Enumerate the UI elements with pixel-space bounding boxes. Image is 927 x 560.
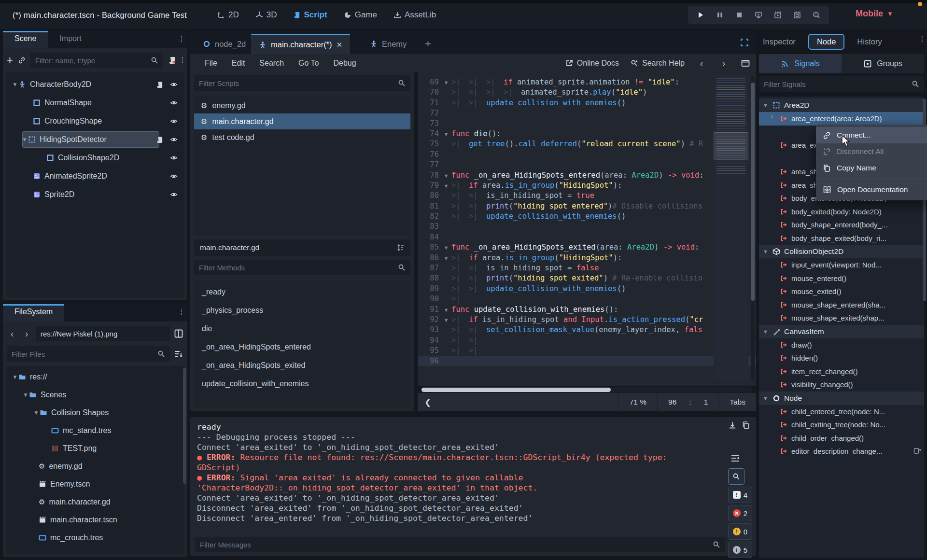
messages-filter-input[interactable] (200, 541, 713, 549)
fs-row-mc-stand[interactable]: mc_stand.tres (6, 421, 184, 439)
code-line-81[interactable]: 81>|>|print("hiding spot entered")# Disa… (418, 201, 756, 211)
menu-search[interactable]: Search (259, 59, 284, 68)
tab-groups[interactable]: Groups (842, 54, 924, 73)
method-item-_on_area_HidingSpots_exited[interactable]: _on_area_HidingSpots_exited (194, 356, 410, 375)
signals-filter[interactable] (759, 76, 924, 92)
scene-dock-menu-icon[interactable]: ⁞ (181, 35, 183, 44)
eye-icon[interactable] (170, 154, 178, 162)
tab-main-character[interactable]: main.character(*) ✕ (251, 34, 350, 54)
signals-filter-input[interactable] (764, 80, 912, 88)
add-node-button[interactable]: + (7, 55, 13, 66)
signal-draw[interactable]: draw() (759, 338, 924, 352)
make-floating-icon[interactable] (741, 58, 750, 68)
fs-row-mc-crouch[interactable]: mc_crouch.tres (6, 529, 184, 546)
tab-scene[interactable]: Scene (3, 31, 48, 48)
files-filter-input[interactable] (12, 350, 157, 358)
dock-menu-icon[interactable]: ⁞ (921, 35, 923, 44)
code-line-86[interactable]: 86▼>|if area.is_in_group("HidingSpot"): (418, 253, 756, 263)
menu-item-open-documentation[interactable]: DOCOpen Documentation (816, 182, 927, 198)
tree-row-animatedsprite2d[interactable]: AnimatedSprite2D (6, 167, 184, 185)
signal-child_entered_tree[interactable]: child_entered_tree(node: N... (759, 405, 924, 419)
history-back-icon[interactable]: ‹ (7, 328, 17, 339)
fs-row-main-character-tscn[interactable]: main.character.tscn (6, 511, 184, 529)
menu-item-connect-[interactable]: Connect... (816, 127, 927, 143)
code-line-89[interactable]: 89>|>|update_collision_with_enemies() (418, 284, 756, 294)
code-line-80[interactable]: 80>|>|is_in_hiding_spot = true (418, 191, 756, 201)
code-line-74[interactable]: 74▼func die(): (418, 129, 756, 139)
tab-inspector[interactable]: Inspector (763, 37, 796, 46)
workspace-2d[interactable]: 2D (217, 10, 239, 20)
method-item-_on_area_HidingSpots_entered[interactable]: _on_area_HidingSpots_entered (194, 338, 410, 356)
chevron-down-icon[interactable]: ▼ (21, 136, 28, 143)
pause-button[interactable] (715, 10, 725, 20)
signal-mouse_shape_exited[interactable]: mouse_shape_exited(shap... (759, 311, 924, 325)
code-line-94[interactable]: 94>|>| (418, 336, 756, 346)
minimap-viewport[interactable] (714, 132, 748, 160)
detach-script-icon[interactable] (168, 56, 177, 65)
code-line-79[interactable]: 79▼>|if area.is_in_group("HidingSpot"): (418, 181, 756, 191)
history-forward-icon[interactable]: › (21, 328, 32, 339)
current-script-path[interactable]: main.character.gd (194, 239, 410, 256)
remote-debug-icon[interactable] (754, 10, 763, 20)
code-editor[interactable]: 69▼>|>|>|if animated_sprite.animation !=… (418, 72, 756, 386)
fs-row-scenes[interactable]: ▼ Scenes (6, 386, 184, 404)
tree-row-normalshape[interactable]: NormalShape (6, 94, 184, 112)
code-line-69[interactable]: 69▼>|>|>|if animated_sprite.animation !=… (418, 77, 756, 87)
online-docs-button[interactable]: Online Docs (565, 59, 619, 68)
notice-count-toggle[interactable]: ! 4 (728, 487, 752, 503)
search-log-icon[interactable] (728, 468, 744, 485)
chevron-down-icon[interactable]: ▼ (22, 392, 29, 398)
script-item-main-character-gd[interactable]: ⚙main.character.gd (194, 113, 410, 129)
script-history-back-icon[interactable]: ‹ (696, 58, 707, 69)
workspace-3d[interactable]: 3D (255, 10, 277, 20)
tree-row-collisionshape2d[interactable]: CollisionShape2D (6, 149, 184, 167)
signal-input_event[interactable]: input_event(viewport: Nod... (759, 258, 924, 272)
workspace-assetlib[interactable]: AssetLib (393, 10, 436, 20)
filesystem-dock-menu-icon[interactable]: ⁞ (181, 308, 183, 317)
signal-item_rect_changed[interactable]: item_rect_changed() (759, 365, 924, 378)
signal-group-canvasitem[interactable]: ▼CanvasItem (759, 325, 924, 338)
menu-goto[interactable]: Go To (298, 59, 319, 68)
stop-button[interactable] (734, 10, 744, 20)
save-log-icon[interactable] (728, 421, 737, 430)
collapse-duplicates-icon[interactable] (730, 453, 741, 463)
code-line-78[interactable]: 78▼func _on_area_HidingSpots_entered(are… (418, 170, 756, 181)
signal-group-collisionobject2d[interactable]: ▼CollisionObject2D (759, 245, 924, 258)
scene-extra-menu-icon[interactable]: ⁞ (182, 56, 183, 65)
workspace-game[interactable]: Game (344, 10, 377, 20)
signal-mouse_entered[interactable]: mouse_entered() (759, 272, 924, 285)
file-sort-icon[interactable] (174, 349, 183, 359)
code-line-91[interactable]: 91▼func update_collision_with_enemies(): (418, 305, 756, 315)
eye-icon[interactable] (170, 117, 178, 125)
tab-filesystem[interactable]: FileSystem (3, 304, 64, 322)
eye-icon[interactable] (170, 99, 178, 107)
error-count-toggle[interactable]: ✕ 2 (728, 505, 752, 521)
signal-child_exiting_tree[interactable]: child_exiting_tree(node: No... (759, 418, 924, 432)
menu-file[interactable]: File (205, 59, 217, 68)
script-icon[interactable] (156, 81, 163, 88)
message-count-toggle[interactable]: i 5 (728, 542, 752, 558)
collapse-panel-icon[interactable]: ❮ (418, 397, 431, 407)
menu-debug[interactable]: Debug (333, 59, 356, 68)
code-line-83[interactable]: 83 (418, 222, 756, 232)
signal-visibility_changed[interactable]: visibility_changed() (759, 378, 924, 392)
fs-row-enemy-gd[interactable]: ⚙ enemy.gd (6, 457, 184, 475)
indent-mode[interactable]: Tabs (718, 393, 756, 411)
chevron-down-icon[interactable]: ▼ (763, 329, 769, 335)
signal-editor_description_change...[interactable]: editor_description_change... (759, 445, 924, 458)
filesystem-scrollbar[interactable] (183, 368, 186, 484)
fs-row-collision-shapes[interactable]: ▼ Collision Shapes (6, 404, 184, 421)
tree-row-characterbody2d[interactable]: ▼ CharacterBody2D (6, 75, 184, 94)
signal-group-area2d[interactable]: ▼Area2D (759, 98, 924, 112)
renderer-dropdown[interactable]: Mobile ▼ (856, 9, 893, 19)
files-filter[interactable] (7, 346, 170, 362)
code-line-95[interactable]: 95>|>| (418, 346, 756, 356)
signal-child_order_changed[interactable]: child_order_changed() (759, 432, 924, 445)
code-line-92[interactable]: 92▼>|if is_in_hiding_spot and Input.is_a… (418, 315, 756, 325)
messages-filter[interactable] (195, 537, 725, 552)
close-icon[interactable]: ✕ (337, 41, 343, 49)
current-path[interactable]: res://New Piskel (1).png (36, 326, 170, 341)
eye-icon[interactable] (170, 191, 178, 198)
code-line-76[interactable]: 76 (418, 150, 756, 160)
methods-filter-input[interactable] (199, 264, 398, 272)
